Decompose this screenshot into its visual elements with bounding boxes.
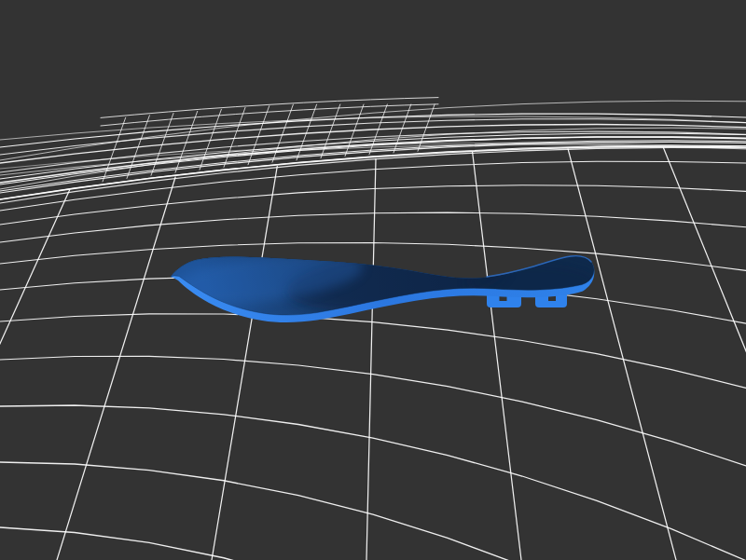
viewport-3d[interactable] [0, 0, 746, 560]
viewport-canvas[interactable] [0, 0, 746, 560]
